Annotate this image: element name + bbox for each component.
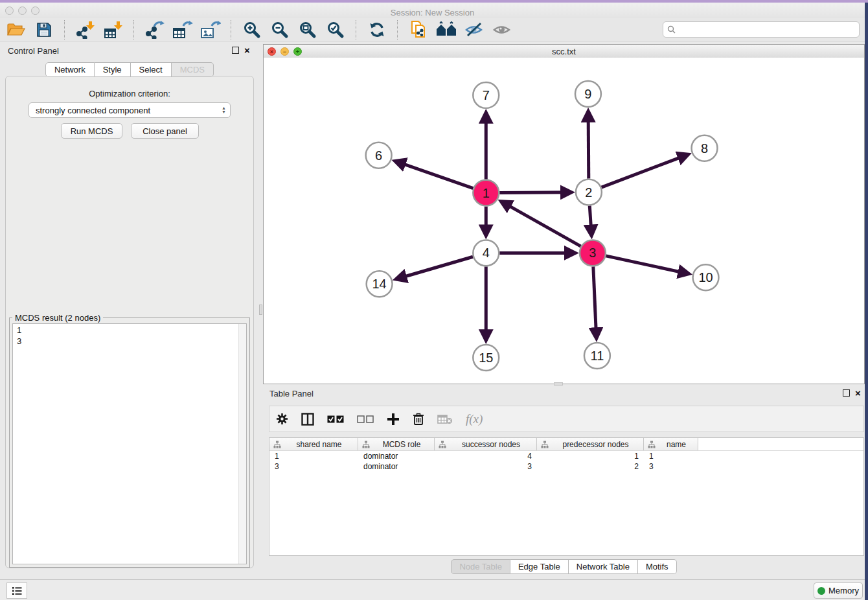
graph-node-label: 10 bbox=[698, 270, 713, 284]
edge-2-8[interactable] bbox=[602, 154, 689, 187]
select-all-icon[interactable] bbox=[327, 411, 344, 427]
close-panel-icon[interactable]: × bbox=[244, 47, 250, 54]
column-type-icon bbox=[541, 441, 549, 448]
edge-3-11[interactable] bbox=[593, 266, 597, 338]
edge-1-2[interactable] bbox=[499, 192, 571, 193]
delete-column-icon[interactable] bbox=[413, 411, 424, 427]
memory-label: Memory bbox=[828, 586, 859, 595]
select-stepper-icon: ▲▼ bbox=[222, 106, 227, 114]
network-window-titlebar[interactable]: × − + scc.txt bbox=[264, 45, 864, 58]
deselect-all-icon[interactable] bbox=[357, 411, 374, 427]
table-settings-icon[interactable] bbox=[276, 411, 288, 427]
graph-node-label: 7 bbox=[483, 88, 490, 102]
column-header-label: MCDS role bbox=[373, 440, 430, 449]
graph-node-label: 4 bbox=[483, 246, 490, 260]
column-type-icon bbox=[273, 441, 281, 448]
mcds-result-text[interactable]: 13 bbox=[12, 323, 247, 564]
graph-node-label: 2 bbox=[585, 185, 592, 200]
mcds-result-group: MCDS result (2 nodes) 13 bbox=[9, 317, 250, 568]
result-scrollbar[interactable] bbox=[238, 324, 246, 564]
clone-network-icon[interactable] bbox=[407, 20, 429, 40]
toolbar-separator bbox=[397, 20, 398, 40]
search-field[interactable] bbox=[663, 21, 860, 38]
table-row[interactable]: 3dominator323 bbox=[269, 461, 863, 472]
window-title: Session: New Session bbox=[0, 8, 865, 17]
cell-successor-nodes: 3 bbox=[435, 461, 537, 472]
tab-node-table[interactable]: Node Table bbox=[451, 559, 510, 574]
window-titlebar[interactable]: Session: New Session bbox=[0, 3, 865, 19]
export-image-icon[interactable] bbox=[200, 20, 222, 40]
float-panel-icon[interactable] bbox=[232, 47, 239, 54]
tab-network[interactable]: Network bbox=[45, 62, 95, 77]
function-builder-icon: f(x) bbox=[466, 411, 483, 427]
refresh-view-icon[interactable] bbox=[366, 20, 388, 40]
column-type-icon bbox=[648, 441, 656, 448]
cell-MCDS-role: dominator bbox=[358, 461, 435, 472]
memory-status-icon bbox=[817, 587, 825, 595]
graph-node-label: 11 bbox=[591, 349, 604, 363]
cell-MCDS-role: dominator bbox=[358, 451, 435, 461]
table-toolbar: f(x) bbox=[269, 406, 864, 432]
node-table-rows: 1dominator4113dominator323 bbox=[269, 451, 863, 472]
column-header-MCDS-role[interactable]: MCDS role bbox=[358, 438, 435, 450]
column-header-label: name bbox=[659, 440, 694, 449]
cell-successor-nodes: 4 bbox=[435, 451, 537, 461]
network-canvas[interactable]: 7968124314101511 bbox=[264, 58, 864, 384]
criterion-select[interactable]: strongly connected component ▲▼ bbox=[29, 102, 231, 118]
edge-3-1[interactable] bbox=[501, 202, 581, 246]
edge-2-9[interactable] bbox=[588, 111, 589, 179]
float-table-panel-icon[interactable] bbox=[843, 389, 850, 397]
tab-motifs[interactable]: Motifs bbox=[638, 559, 677, 574]
table-panel-title: Table Panel bbox=[269, 389, 314, 398]
cell-predecessor-nodes: 2 bbox=[537, 461, 644, 472]
vertical-splitter-grip[interactable] bbox=[259, 305, 262, 315]
graph-node-label: 1 bbox=[483, 186, 490, 200]
graph-node-label: 14 bbox=[372, 277, 387, 291]
import-table-icon[interactable] bbox=[102, 20, 124, 40]
column-header-label: shared name bbox=[284, 440, 354, 449]
zoom-selected-icon[interactable] bbox=[325, 20, 347, 40]
toolbar-separator bbox=[64, 20, 65, 40]
export-network-icon[interactable] bbox=[144, 20, 166, 40]
run-mcds-button[interactable]: Run MCDS bbox=[61, 123, 122, 139]
export-table-icon[interactable] bbox=[172, 20, 194, 40]
desktop-right-strip bbox=[865, 3, 868, 600]
show-all-icon[interactable] bbox=[491, 20, 513, 40]
zoom-fit-icon[interactable] bbox=[297, 20, 319, 40]
column-header-predecessor-nodes[interactable]: predecessor nodes bbox=[537, 438, 644, 450]
preferred-layout-icon[interactable] bbox=[435, 20, 457, 40]
tab-network-table[interactable]: Network Table bbox=[569, 559, 638, 574]
zoom-out-icon[interactable] bbox=[269, 20, 291, 40]
column-header-shared-name[interactable]: shared name bbox=[269, 438, 358, 450]
delete-table-icon bbox=[437, 411, 453, 427]
graph-node-label: 3 bbox=[589, 246, 596, 260]
table-row[interactable]: 1dominator411 bbox=[269, 451, 863, 461]
tab-select[interactable]: Select bbox=[131, 62, 172, 77]
show-columns-icon[interactable] bbox=[301, 411, 314, 427]
zoom-in-icon[interactable] bbox=[241, 20, 263, 40]
memory-button[interactable]: Memory bbox=[814, 583, 863, 599]
open-session-icon[interactable] bbox=[5, 20, 27, 40]
column-header-successor-nodes[interactable]: successor nodes bbox=[435, 438, 537, 450]
search-input[interactable] bbox=[678, 24, 855, 35]
task-history-button[interactable] bbox=[6, 583, 27, 599]
control-panel-title: Control Panel bbox=[8, 46, 59, 56]
close-table-panel-icon[interactable]: × bbox=[855, 389, 861, 397]
add-column-icon[interactable] bbox=[387, 411, 400, 427]
close-panel-button[interactable]: Close panel bbox=[131, 123, 199, 139]
table-panel: Table Panel × bbox=[263, 386, 865, 577]
tab-mcds[interactable]: MCDS bbox=[172, 62, 214, 77]
tab-edge-table[interactable]: Edge Table bbox=[510, 559, 569, 574]
tab-style[interactable]: Style bbox=[95, 62, 131, 77]
main-toolbar bbox=[0, 18, 865, 41]
column-header-name[interactable]: name bbox=[644, 438, 698, 450]
mcds-result-line: 3 bbox=[17, 336, 242, 347]
save-session-icon[interactable] bbox=[33, 20, 55, 40]
import-network-icon[interactable] bbox=[74, 20, 97, 40]
column-type-icon bbox=[362, 441, 370, 448]
edge-4-14[interactable] bbox=[396, 257, 473, 279]
edge-2-3[interactable] bbox=[589, 206, 591, 236]
edge-3-10[interactable] bbox=[606, 256, 689, 274]
edge-1-6[interactable] bbox=[395, 161, 473, 189]
hide-selected-icon[interactable] bbox=[463, 20, 485, 40]
